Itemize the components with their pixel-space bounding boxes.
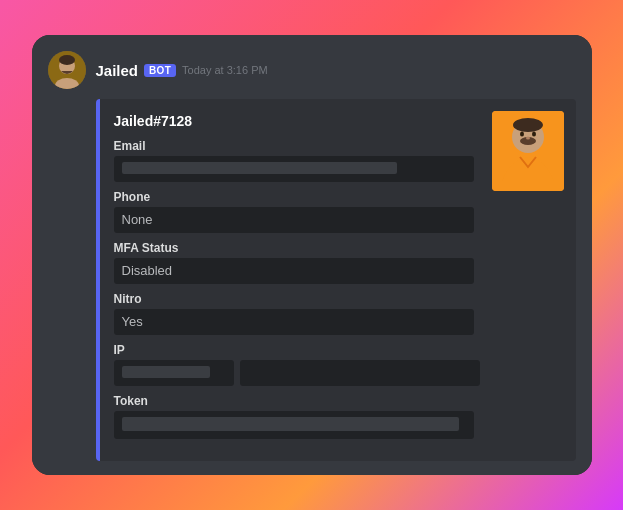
field-label-phone: Phone <box>114 190 562 204</box>
field-value-mfa: Disabled <box>114 258 474 284</box>
field-ip: IP <box>114 343 562 386</box>
field-value-nitro: Yes <box>114 309 474 335</box>
svg-point-6 <box>513 118 543 132</box>
thumbnail-image <box>492 111 564 191</box>
ip-row <box>114 360 562 386</box>
avatar <box>48 51 86 89</box>
field-value-ip-redacted <box>114 360 234 386</box>
field-nitro: Nitro Yes <box>114 292 562 335</box>
field-value-phone: None <box>114 207 474 233</box>
embed: Jailed#7128 Email Phone None MFA Status … <box>96 99 576 461</box>
bot-badge: BOT <box>144 64 176 77</box>
field-phone: Phone None <box>114 190 562 233</box>
field-mfa: MFA Status Disabled <box>114 241 562 284</box>
field-label-mfa: MFA Status <box>114 241 562 255</box>
field-label-ip: IP <box>114 343 562 357</box>
main-card: Jailed BOT Today at 3:16 PM <box>32 35 592 475</box>
timestamp: Today at 3:16 PM <box>182 64 268 76</box>
field-token: Token <box>114 394 562 439</box>
embed-thumbnail <box>492 111 564 191</box>
field-value-ip-rest <box>240 360 480 386</box>
svg-point-3 <box>59 55 75 65</box>
field-label-nitro: Nitro <box>114 292 562 306</box>
field-value-email <box>114 156 474 182</box>
svg-point-9 <box>532 132 536 137</box>
field-label-token: Token <box>114 394 562 408</box>
svg-point-8 <box>520 132 524 137</box>
message-area: Jailed BOT Today at 3:16 PM <box>32 35 592 475</box>
svg-point-10 <box>526 137 530 140</box>
field-value-token <box>114 411 474 439</box>
message-header: Jailed BOT Today at 3:16 PM <box>48 51 576 89</box>
header-info: Jailed BOT Today at 3:16 PM <box>96 62 268 79</box>
username: Jailed <box>96 62 139 79</box>
